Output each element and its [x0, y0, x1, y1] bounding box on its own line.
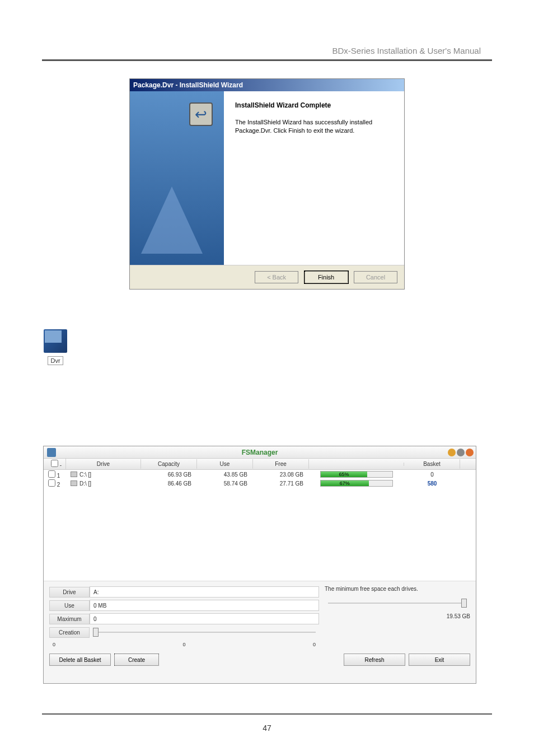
fsmanager-footer: Delete all Basket Create Refresh Exit — [44, 649, 476, 670]
fsmanager-title: FSManager — [242, 449, 278, 456]
tick: 0 — [53, 642, 55, 647]
slider-thumb[interactable] — [93, 628, 99, 637]
min-free-slider[interactable] — [325, 598, 470, 609]
wizard-shape — [141, 186, 203, 254]
drive-icon — [71, 480, 77, 486]
check-dash: - — [60, 462, 62, 468]
usage-bar: 65% — [320, 471, 393, 478]
installshield-dialog: Package.Dvr - InstallShield Wizard ↩ Ins… — [129, 78, 405, 290]
footer-rule — [42, 713, 492, 715]
col-free-header[interactable]: Free — [253, 459, 309, 469]
col-check-header[interactable]: - — [47, 458, 66, 470]
slider-thumb[interactable] — [461, 599, 467, 608]
use-value: 0 MB — [90, 600, 319, 611]
drive-value: A: — [90, 586, 319, 598]
page-header: BDx-Series Installation & User's Manual — [332, 46, 481, 55]
min-free-value: 19.53 GB — [325, 613, 470, 619]
wizard-content: InstallShield Wizard Complete The Instal… — [224, 91, 404, 265]
row-checkbox[interactable] — [48, 479, 55, 487]
usage-fill: 67% — [321, 480, 369, 486]
table-row[interactable]: 2 D:\ [] 86.46 GB 58.74 GB 27.71 GB 67% … — [47, 479, 476, 488]
minimize-icon[interactable] — [448, 449, 456, 456]
fsmanager-titlebar[interactable]: FSManager — [44, 446, 476, 459]
basket-cell: 580 — [404, 480, 460, 487]
dialog-titlebar[interactable]: Package.Dvr - InstallShield Wizard — [130, 79, 404, 91]
app-icon — [47, 448, 56, 457]
capacity-cell: 66.93 GB — [141, 472, 197, 478]
row-num: 1 — [57, 473, 60, 479]
create-button[interactable]: Create — [114, 654, 159, 666]
min-free-label: The minimum free space each drives. — [325, 586, 470, 592]
col-basket-header[interactable]: Basket — [404, 459, 460, 469]
col-capacity-header[interactable]: Capacity — [141, 459, 197, 469]
dvr-icon-label: Dvr — [48, 356, 63, 365]
usage-fill: 65% — [321, 472, 367, 477]
drive-path: D:\ [] — [79, 480, 91, 487]
dvr-icon — [44, 329, 67, 353]
lower-panel: Drive A: Use 0 MB Maximum 0 Creation 0 0… — [44, 581, 476, 649]
use-cell: 58.74 GB — [197, 480, 253, 487]
drive-path: C:\ [] — [79, 472, 91, 478]
window-controls — [448, 449, 474, 456]
page-number: 47 — [263, 724, 271, 732]
free-cell: 23.08 GB — [253, 472, 309, 478]
tick: 0 — [182, 642, 185, 647]
refresh-button[interactable]: Refresh — [344, 654, 405, 666]
delete-all-basket-button[interactable]: Delete all Basket — [49, 654, 111, 666]
use-cell: 43.85 GB — [197, 472, 253, 478]
back-button: < Back — [255, 271, 298, 283]
tick: 0 — [313, 642, 316, 647]
wizard-footer: < Back Finish Cancel — [130, 265, 404, 289]
maximum-value: 0 — [90, 613, 319, 624]
dvr-desktop-icon[interactable]: Dvr — [42, 329, 69, 365]
creation-slider[interactable] — [90, 627, 319, 638]
usage-bar: 67% — [320, 480, 393, 487]
drive-icon — [71, 472, 77, 477]
creation-label: Creation — [49, 627, 90, 638]
use-label: Use — [49, 600, 90, 611]
close-icon[interactable] — [466, 449, 474, 456]
basket-cell: 0 — [404, 472, 460, 478]
row-checkbox[interactable] — [48, 470, 55, 478]
free-cell: 27.71 GB — [253, 480, 309, 487]
wizard-body-text: The InstallShield Wizard has successfull… — [235, 118, 393, 136]
col-drive-header[interactable]: Drive — [66, 459, 141, 469]
table-header: - Drive Capacity Use Free Basket — [44, 459, 476, 470]
maximum-label: Maximum — [49, 614, 90, 624]
table-row[interactable]: 1 C:\ [] 66.93 GB 43.85 GB 23.08 GB 65% … — [47, 470, 476, 479]
drive-label: Drive — [49, 587, 90, 598]
finish-button[interactable]: Finish — [305, 271, 348, 283]
wizard-heading: InstallShield Wizard Complete — [235, 101, 393, 109]
row-num: 2 — [57, 482, 60, 488]
wizard-graphic: ↩ — [130, 91, 224, 265]
select-all-checkbox[interactable] — [51, 460, 58, 467]
fsmanager-dialog: FSManager - Drive Capacity Use Free Bask… — [43, 446, 476, 684]
maximize-icon[interactable] — [457, 449, 465, 456]
col-use-header[interactable]: Use — [197, 459, 253, 469]
slider-ticks: 0 0 0 — [49, 640, 319, 647]
capacity-cell: 86.46 GB — [141, 480, 197, 487]
cancel-button: Cancel — [354, 271, 397, 283]
exit-button[interactable]: Exit — [409, 654, 470, 666]
header-rule — [42, 59, 492, 61]
table-body: 1 C:\ [] 66.93 GB 43.85 GB 23.08 GB 65% … — [44, 470, 476, 581]
col-bar-header — [309, 463, 404, 466]
box-icon: ↩ — [189, 102, 213, 126]
